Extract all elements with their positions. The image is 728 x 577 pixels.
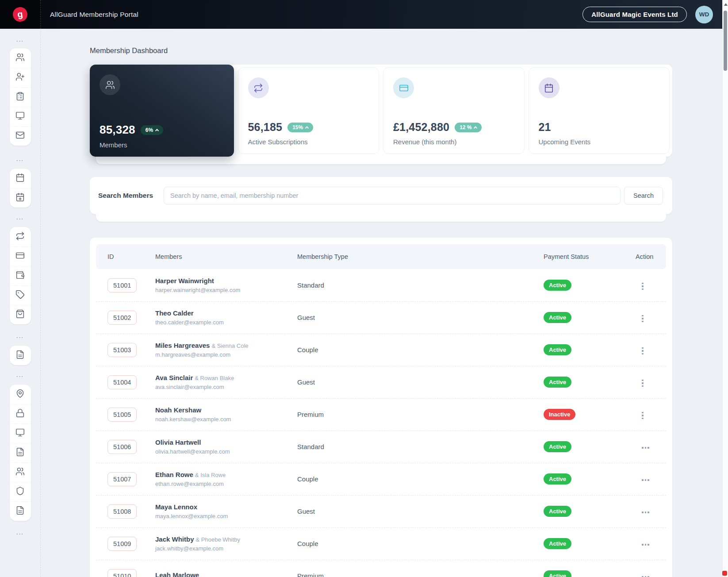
sidebar-item-lock[interactable] bbox=[10, 404, 31, 423]
search-input[interactable] bbox=[164, 187, 621, 204]
sidebar-section-label: ... bbox=[16, 531, 24, 536]
sidebar-item-map-pin[interactable] bbox=[10, 385, 31, 404]
member-name: Miles Hargreaves bbox=[155, 342, 210, 349]
page-title: Membership Dashboard bbox=[90, 46, 722, 55]
row-actions-button[interactable] bbox=[639, 280, 646, 293]
file-text-icon bbox=[15, 506, 25, 517]
member-email: maya.lennox@example.com bbox=[155, 513, 297, 519]
avatar[interactable]: WD bbox=[695, 6, 713, 23]
table-row[interactable]: 51008Maya Lennoxmaya.lennox@example.comG… bbox=[90, 495, 672, 527]
sidebar-item-users[interactable] bbox=[10, 48, 31, 68]
users-icon bbox=[100, 74, 120, 95]
calendar-icon bbox=[15, 173, 25, 184]
row-actions-button[interactable] bbox=[639, 509, 652, 516]
sidebar-item-repeat[interactable] bbox=[10, 227, 31, 246]
stat-card-members[interactable]: 85,328 6% Members bbox=[90, 65, 234, 157]
member-email: m.hargreaves@example.com bbox=[155, 351, 297, 358]
stat-trend-badge: 15% bbox=[287, 123, 313, 132]
member-name: Ava Sinclair bbox=[155, 374, 193, 381]
table-row[interactable]: 51006Olivia Hartwellolivia.hartwell@exam… bbox=[90, 431, 672, 463]
sidebar-item-tag[interactable] bbox=[10, 285, 31, 305]
mail-icon bbox=[15, 131, 25, 142]
sidebar-item-file-text[interactable] bbox=[10, 501, 31, 521]
membership-type: Couple bbox=[297, 540, 544, 547]
kebab-vertical-icon bbox=[642, 315, 644, 323]
member-id-chip: 51006 bbox=[107, 440, 137, 454]
scrollbar-thumb[interactable] bbox=[724, 11, 727, 71]
sidebar-item-calendar-plus[interactable] bbox=[10, 188, 31, 208]
sidebar-item-calendar[interactable] bbox=[10, 169, 31, 188]
sidebar-section-label: ... bbox=[16, 334, 24, 339]
sidebar-group-3 bbox=[10, 227, 31, 324]
sidebar-item-credit-card[interactable] bbox=[10, 246, 31, 266]
search-button[interactable]: Search bbox=[624, 187, 663, 204]
payment-status-badge: Inactive bbox=[544, 409, 575, 420]
member-name: Harper Wainwright bbox=[155, 277, 214, 285]
table-row[interactable]: 51004Ava Sinclair& Rowan Blakeava.sincla… bbox=[90, 366, 672, 398]
sidebar-item-shield[interactable] bbox=[10, 482, 31, 501]
row-actions-button[interactable] bbox=[639, 444, 652, 451]
top-bar: g AllGuard Membership Portal AllGuard Ma… bbox=[0, 0, 728, 29]
payment-status-badge: Active bbox=[544, 441, 571, 452]
member-name: Leah Marlowe bbox=[155, 571, 199, 577]
payment-status-badge: Active bbox=[544, 473, 571, 485]
membership-type: Guest bbox=[297, 508, 544, 515]
payment-status-badge: Active bbox=[544, 570, 571, 577]
vertical-scrollbar[interactable] bbox=[722, 0, 728, 577]
kebab-vertical-icon bbox=[642, 283, 644, 290]
stat-card-upcoming-events[interactable]: 21 Upcoming Events bbox=[529, 67, 670, 154]
sidebar-section-label: ... bbox=[16, 38, 24, 43]
table-row[interactable]: 51009Jack Whitby& Phoebe Whitbyjack.whit… bbox=[90, 527, 672, 560]
member-name: Jack Whitby bbox=[155, 535, 194, 543]
monitor-icon bbox=[15, 428, 25, 439]
search-section-stack-edge bbox=[96, 214, 666, 222]
table-row[interactable]: 51007Ethan Rowe& Isla Roweethan.rowe@exa… bbox=[90, 463, 672, 495]
credit-card-icon bbox=[393, 77, 414, 98]
table-row[interactable]: 51001Harper Wainwrightharper.wainwright@… bbox=[90, 269, 672, 301]
scrollbar-up-arrow-icon[interactable] bbox=[724, 3, 728, 6]
sidebar-item-mail[interactable] bbox=[10, 126, 31, 146]
chevron-up-icon bbox=[474, 126, 477, 130]
sidebar-item-file-text[interactable] bbox=[10, 346, 31, 365]
row-actions-button[interactable] bbox=[639, 477, 652, 484]
membership-type: Guest bbox=[297, 314, 544, 321]
row-actions-button[interactable] bbox=[639, 312, 646, 325]
stat-label: Revenue (this month) bbox=[393, 138, 514, 146]
member-email: harper.wainwright@example.com bbox=[155, 287, 297, 293]
row-actions-button[interactable] bbox=[639, 541, 652, 548]
sidebar-item-shopping-bag[interactable] bbox=[10, 305, 31, 324]
member-email: ethan.rowe@example.com bbox=[155, 481, 297, 487]
row-actions-button[interactable] bbox=[639, 377, 646, 390]
app-logo-icon[interactable]: g bbox=[12, 6, 28, 23]
stat-card-active-subscriptions[interactable]: 56,185 15% Active Subscriptions bbox=[238, 67, 379, 154]
sidebar-item-monitor[interactable] bbox=[10, 107, 31, 126]
sidebar-section-label: ... bbox=[16, 373, 24, 378]
users-icon bbox=[15, 467, 25, 478]
table-body: 51001Harper Wainwrightharper.wainwright@… bbox=[90, 269, 672, 577]
search-section: Search Members Search bbox=[90, 177, 672, 214]
sidebar-item-user-plus[interactable] bbox=[10, 68, 31, 87]
sidebar-section-label: ... bbox=[16, 215, 24, 221]
stat-card-revenue[interactable]: £1,452,880 12 % Revenue (this month) bbox=[383, 67, 525, 154]
sidebar-item-clipboard-list[interactable] bbox=[10, 87, 31, 107]
clipboard-list-icon bbox=[15, 92, 25, 103]
table-row[interactable]: 51002Theo Caldertheo.calder@example.comG… bbox=[90, 301, 672, 334]
sidebar-item-wallet[interactable] bbox=[10, 266, 31, 285]
table-row[interactable]: 51010Leah MarlowePremiumActive bbox=[90, 560, 672, 577]
table-row[interactable]: 51003Miles Hargreaves& Sienna Colem.harg… bbox=[90, 334, 672, 366]
stat-label: Upcoming Events bbox=[539, 138, 660, 146]
membership-type: Premium bbox=[297, 411, 544, 418]
sidebar-group-1 bbox=[10, 48, 31, 146]
wallet-icon bbox=[15, 270, 25, 281]
row-actions-button[interactable] bbox=[639, 409, 646, 422]
organization-button[interactable]: AllGuard Magic Events Ltd bbox=[582, 7, 687, 22]
row-actions-button[interactable] bbox=[639, 345, 646, 358]
sidebar-item-users[interactable] bbox=[10, 462, 31, 482]
table-row[interactable]: 51005Noah Kershawnoah.kershaw@example.co… bbox=[90, 398, 672, 431]
ellipsis-horizontal-icon bbox=[642, 447, 649, 449]
sidebar-item-file-text[interactable] bbox=[10, 443, 31, 462]
shopping-bag-icon bbox=[15, 309, 25, 320]
row-actions-button[interactable] bbox=[639, 573, 652, 577]
sidebar-item-monitor[interactable] bbox=[10, 423, 31, 443]
stat-label: Members bbox=[100, 141, 224, 149]
